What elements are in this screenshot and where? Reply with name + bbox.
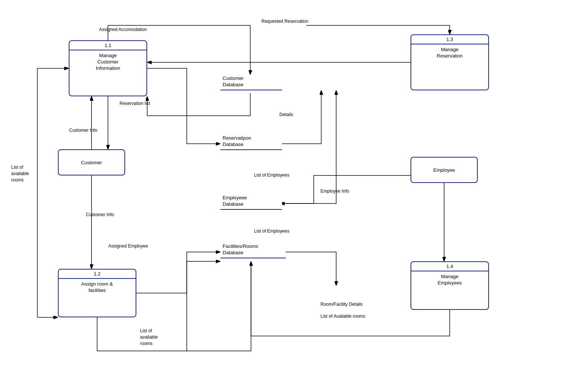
- employee-label: Employee: [433, 167, 455, 173]
- label-assigned-employee: Assigned Employee: [108, 243, 148, 249]
- label-customer-info-1: Customer Info: [69, 128, 97, 133]
- customer-label: Customer: [81, 160, 102, 165]
- process-13-label: ManageReservation: [411, 44, 488, 62]
- reservation-db: ReservatiponDatabase: [220, 134, 282, 150]
- employee-db-label: EmployeeeDatabase: [223, 195, 247, 207]
- process-14-label: ManageEmployees: [411, 271, 488, 289]
- process-11-box: 1.1 ManageCustomerInformation: [69, 40, 147, 96]
- diagram-container: 1.1 ManageCustomerInformation 1.2 Assign…: [0, 0, 570, 392]
- label-list-employees-2: List of Employees: [254, 228, 289, 234]
- label-list-available-rooms-bottomleft: List ofavailablerooms: [140, 328, 158, 346]
- customer-db-label: CustomerDatabase: [223, 75, 244, 87]
- label-reservation-list: Reservation list: [120, 101, 150, 106]
- process-12-label: Assign room &facilities: [59, 279, 136, 296]
- process-11-number: 1.1: [69, 41, 146, 50]
- customer-entity: Customer: [58, 149, 125, 175]
- employee-db: EmployeeeDatabase: [220, 194, 282, 210]
- facilities-db: Facilities/RoomsDatabase: [220, 243, 286, 258]
- process-12-box: 1.2 Assign room &facilities: [58, 269, 136, 317]
- process-13-box: 1.3 ManageReservation: [411, 34, 489, 90]
- customer-db: CustomerDatabase: [220, 75, 282, 90]
- process-13-number: 1.3: [411, 35, 488, 44]
- label-details: Details: [279, 112, 293, 117]
- process-14-number: 1.4: [411, 262, 488, 271]
- process-11-label: ManageCustomerInformation: [69, 50, 146, 74]
- process-12-number: 1.2: [59, 270, 136, 279]
- label-employee-info: Employee Info: [320, 189, 349, 194]
- facilities-db-label: Facilities/RoomsDatabase: [223, 243, 258, 255]
- label-list-available-rooms-left: List ofavailablerooms: [11, 164, 29, 183]
- employee-entity: Employee: [411, 157, 478, 183]
- label-list-available-rooms-bottom: List of Available rooms: [320, 314, 365, 319]
- label-requested-res: Requested Reservation: [261, 19, 308, 24]
- label-room-facility-details: Room/Facility Details: [320, 302, 363, 307]
- label-customer-info-2: Customer Info: [86, 212, 114, 217]
- label-list-employees-1: List of Employees: [254, 172, 289, 178]
- process-14-box: 1.4 ManageEmployees: [411, 261, 489, 310]
- label-assigned-accom: Assigned Accomodation: [99, 27, 147, 32]
- reservation-db-label: ReservatiponDatabase: [223, 135, 251, 147]
